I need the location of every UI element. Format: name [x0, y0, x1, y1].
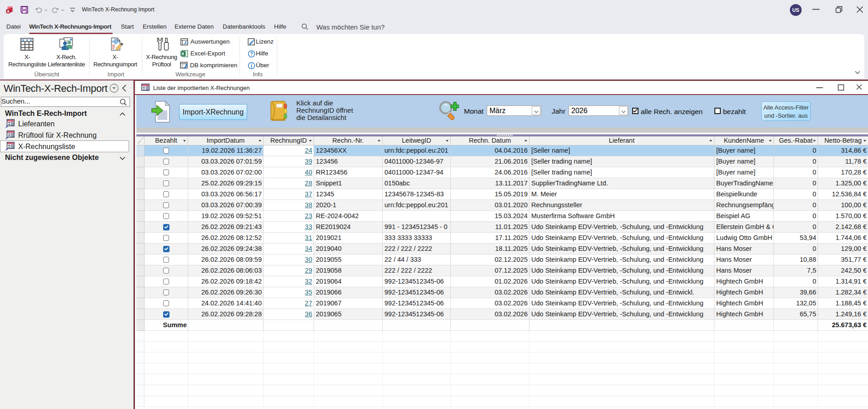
svg-text:?: ? — [250, 51, 253, 56]
